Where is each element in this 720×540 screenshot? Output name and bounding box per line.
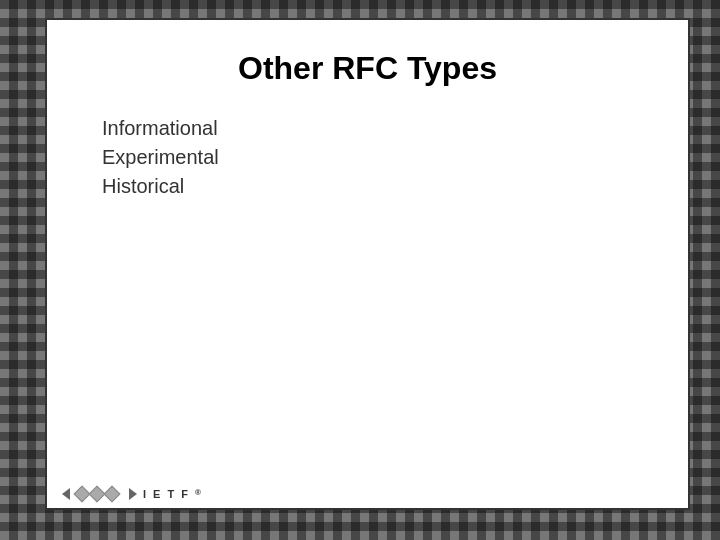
bullet-historical: Historical — [102, 175, 648, 198]
arrow-left-icon — [62, 488, 70, 500]
ietf-letter-e: E — [153, 488, 163, 500]
slide-title: Other RFC Types — [47, 20, 688, 107]
bullet-experimental: Experimental — [102, 146, 648, 169]
diamond-3 — [104, 486, 121, 503]
ietf-letter-i: I — [143, 488, 149, 500]
diamond-group — [76, 488, 118, 500]
arrow-right-icon — [129, 488, 137, 500]
ietf-letter-t: T — [167, 488, 177, 500]
bullet-informational: Informational — [102, 117, 648, 140]
ietf-logo-text: I E T F ® — [143, 488, 204, 500]
slide-footer: I E T F ® — [47, 480, 688, 508]
slide-content: Informational Experimental Historical — [47, 107, 688, 480]
slide-container: Other RFC Types Informational Experiment… — [45, 18, 690, 510]
ietf-letter-f: F — [181, 488, 191, 500]
ietf-trademark: ® — [195, 488, 204, 500]
